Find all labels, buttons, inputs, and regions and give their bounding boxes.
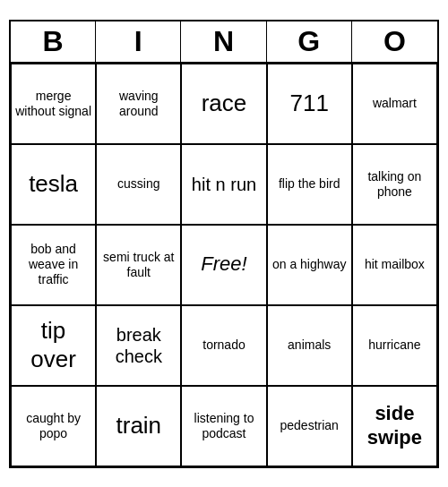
bingo-cell-text-4: walmart: [373, 96, 417, 111]
bingo-cell-15: tip over: [11, 305, 96, 386]
bingo-cell-text-17: tornado: [202, 337, 245, 353]
bingo-cell-text-21: train: [116, 412, 162, 440]
bingo-cell-6: cussing: [96, 144, 181, 225]
bingo-cell-7: hit n run: [181, 144, 266, 225]
header-letter-i: I: [96, 21, 181, 62]
bingo-cell-12: Free!: [181, 225, 266, 305]
bingo-card: BINGO merge without signalwaving aroundr…: [9, 20, 439, 468]
bingo-cell-text-3: 711: [290, 90, 329, 117]
bingo-cell-14: hit mailbox: [352, 225, 437, 305]
bingo-cell-text-19: hurricane: [368, 337, 420, 353]
bingo-cell-text-11: semi truck at fault: [100, 250, 177, 280]
bingo-cell-text-18: animals: [288, 337, 331, 353]
bingo-cell-23: pedestrian: [267, 386, 352, 466]
bingo-cell-3: 711: [267, 64, 352, 144]
bingo-cell-19: hurricane: [352, 305, 437, 386]
bingo-cell-text-12: Free!: [201, 252, 246, 276]
bingo-cell-18: animals: [267, 305, 352, 386]
bingo-cell-text-22: listening to podcast: [185, 411, 262, 441]
header-letter-o: O: [352, 21, 437, 62]
bingo-cell-16: break check: [96, 305, 181, 386]
bingo-cell-text-24: side swipe: [357, 402, 433, 449]
bingo-cell-22: listening to podcast: [181, 386, 266, 466]
bingo-cell-2: race: [181, 64, 266, 144]
bingo-cell-text-13: on a highway: [272, 257, 347, 272]
header-letter-b: B: [11, 21, 96, 62]
bingo-cell-text-7: hit n run: [192, 174, 256, 195]
bingo-cell-text-1: waving around: [100, 89, 177, 119]
bingo-header: BINGO: [11, 21, 437, 64]
bingo-cell-text-10: bob and weave in traffic: [15, 242, 91, 286]
bingo-grid: merge without signalwaving aroundrace711…: [11, 64, 437, 466]
bingo-cell-20: caught by popo: [11, 386, 96, 466]
bingo-cell-text-2: race: [202, 90, 247, 117]
bingo-cell-17: tornado: [181, 305, 266, 386]
bingo-cell-text-14: hit mailbox: [365, 257, 425, 272]
bingo-cell-text-23: pedestrian: [280, 418, 339, 433]
bingo-cell-10: bob and weave in traffic: [11, 225, 96, 305]
bingo-cell-21: train: [96, 386, 181, 466]
bingo-cell-8: flip the bird: [267, 144, 352, 225]
bingo-cell-text-8: flip the bird: [279, 176, 340, 192]
bingo-cell-9: talking on phone: [352, 144, 437, 225]
bingo-cell-text-9: talking on phone: [357, 169, 433, 200]
bingo-cell-text-6: cussing: [117, 176, 159, 192]
bingo-cell-text-16: break check: [100, 324, 177, 367]
bingo-cell-13: on a highway: [267, 225, 352, 305]
bingo-cell-text-5: tesla: [29, 170, 78, 198]
bingo-cell-text-20: caught by popo: [15, 411, 91, 441]
header-letter-n: N: [181, 21, 266, 62]
bingo-cell-text-0: merge without signal: [15, 89, 91, 119]
bingo-cell-text-15: tip over: [15, 317, 91, 372]
bingo-cell-24: side swipe: [352, 386, 437, 466]
bingo-cell-4: walmart: [352, 64, 437, 144]
bingo-cell-1: waving around: [96, 64, 181, 144]
header-letter-g: G: [267, 21, 352, 62]
bingo-cell-0: merge without signal: [11, 64, 96, 144]
bingo-cell-5: tesla: [11, 144, 96, 225]
bingo-cell-11: semi truck at fault: [96, 225, 181, 305]
